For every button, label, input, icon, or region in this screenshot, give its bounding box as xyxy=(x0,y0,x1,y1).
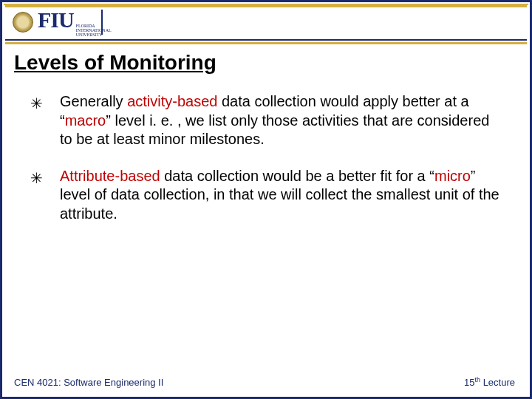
keyword: macro xyxy=(65,112,106,129)
lecture-word: Lecture xyxy=(480,377,515,388)
keyword: activity-based xyxy=(127,93,217,109)
bullet-text: Attribute-based data collection would be… xyxy=(60,167,502,224)
logo-text-sub: FLORIDA INTERNATIONAL UNIVERSITY xyxy=(76,24,120,37)
header-band: FIU FLORIDA INTERNATIONAL UNIVERSITY xyxy=(5,5,527,41)
header-gold-line xyxy=(5,5,527,7)
logo-text-main: FIU xyxy=(38,7,74,33)
logo-area: FIU FLORIDA INTERNATIONAL UNIVERSITY xyxy=(5,7,120,37)
footer-right: 15th Lecture xyxy=(464,376,515,388)
header-divider xyxy=(101,10,103,35)
bullet-item: ✳ Attribute-based data collection would … xyxy=(30,167,502,224)
text-post: ” level i. e. , we list only those activ… xyxy=(60,112,489,148)
lecture-ordinal: th xyxy=(475,376,481,383)
gold-line xyxy=(5,42,527,44)
keyword: Attribute-based xyxy=(60,168,160,184)
content-area: ✳ Generally activity-based data collecti… xyxy=(30,92,502,242)
top-gold-border xyxy=(4,4,528,5)
fiu-logo: FIU FLORIDA INTERNATIONAL UNIVERSITY xyxy=(38,7,120,37)
footer-left: CEN 4021: Software Engineering II xyxy=(14,377,163,388)
bullet-text: Generally activity-based data collection… xyxy=(60,92,502,149)
lecture-number: 15 xyxy=(464,377,474,388)
text-mid: data collection would be a better fit fo… xyxy=(160,168,434,184)
university-seal-icon xyxy=(13,12,33,33)
asterisk-icon: ✳ xyxy=(30,167,60,224)
asterisk-icon: ✳ xyxy=(30,92,60,149)
bullet-item: ✳ Generally activity-based data collecti… xyxy=(30,92,502,149)
text-pre: Generally xyxy=(60,93,127,109)
slide: FIU FLORIDA INTERNATIONAL UNIVERSITY Lev… xyxy=(0,0,532,399)
slide-title: Levels of Monitoring xyxy=(14,51,216,75)
keyword: micro xyxy=(434,168,471,184)
